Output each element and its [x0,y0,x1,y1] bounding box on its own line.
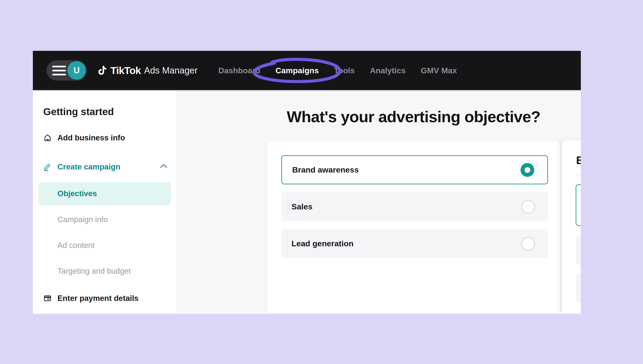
getting-started-sidebar: Getting started Add business info [33,91,176,313]
pencil-icon [43,162,52,171]
sidebar-item-label: Create campaign [58,162,120,171]
option-label: Brand awareness [292,165,359,174]
top-navigation-bar: U TikTok Ads Manager Dashboard Campaigns… [33,51,581,91]
home-icon [43,134,52,142]
sidebar-item-label: Enter payment details [58,294,138,303]
next-step-preview-panel: B [562,140,581,313]
next-step-selected-option[interactable] [576,184,581,226]
option-label: Sales [292,202,312,211]
sidebar-subitem-ad-content[interactable]: Ad content [58,240,95,250]
sidebar-item-label: Add business info [58,133,125,142]
objective-step-content: What's your advertising objective? Brand… [176,91,581,313]
nav-dashboard[interactable]: Dashboard [218,66,260,75]
objective-option-sales[interactable]: Sales [281,192,548,221]
avatar[interactable]: U [67,61,86,80]
tiktok-ads-manager-window: U TikTok Ads Manager Dashboard Campaigns… [33,51,581,314]
sidebar-subitem-targeting-and-budget[interactable]: Targeting and budget [58,266,131,276]
radio-selected-icon[interactable] [520,163,534,177]
credit-card-icon [43,294,52,302]
sidebar-heading: Getting started [43,106,114,118]
objective-option-lead-generation[interactable]: Lead generation [281,229,548,258]
next-step-partial-title: B [576,154,581,167]
divider [576,175,581,176]
nav-campaigns[interactable]: Campaigns [276,66,319,75]
radio-unselected-icon[interactable] [521,200,535,214]
option-label: Lead generation [292,239,354,248]
sidebar-subitem-campaign-info[interactable]: Campaign info [58,215,108,224]
hamburger-menu-icon[interactable] [52,66,66,76]
menu-account-pill[interactable]: U [46,60,87,80]
nav-analytics[interactable]: Analytics [370,66,406,75]
sidebar-subitem-objectives[interactable]: Objectives [38,182,171,205]
objective-option-brand-awareness[interactable]: Brand awareness [281,155,548,184]
tiktok-note-icon [98,64,108,76]
next-step-option-row[interactable] [576,236,581,265]
nav-campaigns-label: Campaigns [276,66,319,75]
tiktok-ads-manager-logo: TikTok Ads Manager [98,64,198,76]
sidebar-subitem-label: Objectives [58,182,97,205]
next-step-option-row[interactable] [576,273,581,302]
primary-nav: Dashboard Campaigns Tools Analytics GMV … [218,66,457,75]
radio-unselected-icon[interactable] [521,237,535,250]
page-title: What's your advertising objective? [267,108,560,126]
nav-tools[interactable]: Tools [334,66,354,75]
nav-gmv-max[interactable]: GMV Max [421,66,457,75]
chevron-up-icon[interactable] [160,164,167,168]
brand-suffix: Ads Manager [144,66,198,76]
brand-name: TikTok [110,65,141,76]
objectives-card: Brand awareness Sales Lead generation [267,141,560,313]
